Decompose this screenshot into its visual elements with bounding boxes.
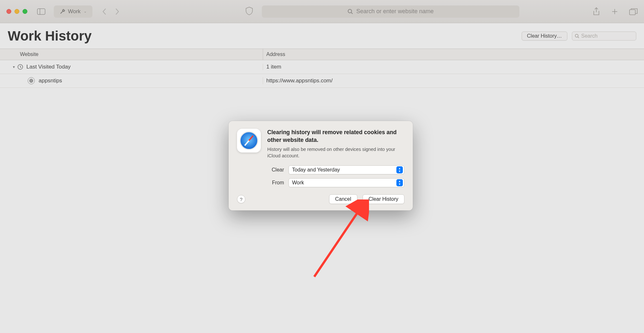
close-window-button[interactable]	[6, 9, 11, 14]
from-profile-value: Work	[292, 180, 304, 186]
from-label: From	[267, 180, 284, 186]
svg-rect-0	[37, 9, 45, 14]
url-bar[interactable]: Search or enter website name	[262, 5, 519, 18]
history-group-row[interactable]: ▾ Last Visited Today 1 item	[0, 60, 644, 74]
help-button[interactable]: ?	[237, 195, 245, 203]
forward-button[interactable]	[115, 8, 119, 15]
svg-point-7	[575, 34, 578, 37]
clear-history-confirm-button[interactable]: Clear History	[363, 194, 404, 204]
minimize-window-button[interactable]	[14, 9, 19, 14]
new-tab-icon[interactable]	[611, 8, 618, 15]
group-count: 1 item	[263, 64, 644, 70]
profile-selector[interactable]: Work ⌄	[54, 5, 92, 18]
url-placeholder: Search or enter website name	[356, 8, 434, 15]
cancel-button[interactable]: Cancel	[329, 194, 357, 204]
search-icon	[347, 9, 353, 14]
svg-rect-6	[630, 10, 635, 15]
site-favicon	[28, 77, 35, 84]
select-stepper-icon: ▲▼	[396, 166, 403, 173]
site-name: appsntips	[39, 78, 62, 84]
browser-toolbar: Work ⌄ Search or enter website name	[0, 0, 644, 23]
sidebar-toggle-button[interactable]	[37, 8, 45, 15]
profile-label: Work	[68, 8, 80, 15]
search-icon	[575, 34, 579, 38]
clock-icon	[17, 64, 23, 70]
site-url: https://www.appsntips.com/	[263, 78, 644, 84]
page-header: Work History Clear History… Search	[0, 23, 644, 49]
search-placeholder: Search	[581, 33, 598, 39]
svg-line-8	[578, 37, 579, 38]
select-stepper-icon: ▲▼	[396, 179, 403, 186]
tabs-overview-icon[interactable]	[629, 8, 638, 15]
clear-label: Clear	[267, 167, 284, 173]
svg-line-3	[351, 13, 353, 14]
history-table-body: ▾ Last Visited Today 1 item appsntips ht…	[0, 60, 644, 88]
clear-history-dialog: Clearing history will remove related coo…	[229, 121, 413, 210]
history-search-input[interactable]: Search	[572, 32, 636, 41]
safari-app-icon	[237, 129, 261, 153]
clear-history-button[interactable]: Clear History…	[522, 32, 567, 41]
fullscreen-window-button[interactable]	[23, 9, 27, 14]
clear-range-select[interactable]: Today and Yesterday ▲▼	[289, 165, 404, 174]
dialog-subtext: History will also be removed on other de…	[267, 146, 404, 159]
privacy-shield-icon[interactable]	[245, 6, 253, 17]
back-button[interactable]	[102, 8, 107, 15]
history-entry-row[interactable]: appsntips https://www.appsntips.com/	[0, 74, 644, 88]
column-header-address[interactable]: Address	[263, 49, 644, 60]
clear-range-value: Today and Yesterday	[292, 167, 340, 173]
hammer-icon	[60, 9, 65, 14]
share-icon[interactable]	[592, 7, 600, 16]
column-header-website[interactable]: Website	[0, 49, 263, 60]
table-header: Website Address	[0, 49, 644, 60]
sidebar-icon	[37, 8, 45, 15]
disclosure-triangle-icon[interactable]: ▾	[13, 65, 15, 69]
window-controls	[6, 9, 27, 14]
page-title: Work History	[8, 28, 92, 44]
dialog-heading: Clearing history will remove related coo…	[267, 129, 404, 144]
group-label: Last Visited Today	[26, 64, 71, 70]
from-profile-select[interactable]: Work ▲▼	[289, 178, 404, 187]
svg-point-2	[348, 9, 352, 13]
chevron-down-icon: ⌄	[84, 9, 87, 14]
navigation-arrows	[102, 8, 119, 15]
